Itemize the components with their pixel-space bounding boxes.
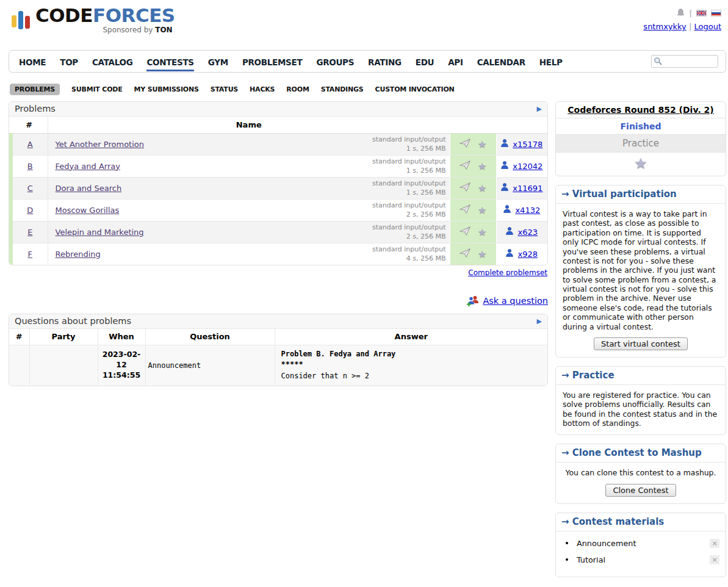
tab-submit-code[interactable]: SUBMIT CODE: [71, 85, 122, 93]
close-icon[interactable]: ×: [710, 555, 719, 564]
problem-letter-link[interactable]: D: [27, 206, 33, 215]
nav-api[interactable]: API: [448, 52, 463, 71]
submit-plane-icon[interactable]: [460, 248, 470, 259]
nav-rating[interactable]: RATING: [368, 52, 402, 71]
favorite-star-icon[interactable]: ★: [478, 182, 486, 194]
material-tutorial-link[interactable]: Tutorial: [577, 555, 710, 564]
bell-icon[interactable]: [676, 8, 685, 18]
virtual-participation-box: → Virtual participation Virtual contest …: [555, 185, 726, 358]
problem-row: B Fedya and Array standard input/output1…: [11, 155, 547, 177]
uk-flag-icon[interactable]: [696, 10, 707, 16]
questions-caption: Questions about problems: [15, 316, 131, 326]
logout-link[interactable]: Logout: [694, 22, 721, 31]
sponsored-by: Sponsored by TON: [35, 26, 175, 34]
submit-plane-icon[interactable]: [460, 226, 470, 237]
col-q-when: When: [98, 329, 145, 345]
ask-question-link[interactable]: Ask a question: [483, 296, 548, 306]
virtual-participation-title: → Virtual participation: [556, 185, 726, 204]
problems-box: Problems ▶ # Name A Yet Another Promotio…: [9, 101, 548, 265]
favorite-star-icon[interactable]: ★: [478, 160, 486, 172]
tab-standings[interactable]: STANDINGS: [321, 85, 364, 93]
material-announcement-link[interactable]: Announcement: [577, 539, 710, 548]
logo-bars-icon: [12, 7, 30, 29]
solved-count-link[interactable]: x12042: [513, 162, 542, 171]
col-name: Name: [48, 117, 450, 133]
favorite-star-icon[interactable]: ★: [478, 226, 486, 238]
contest-state-box: Codeforces Round 852 (Div. 2) Finished P…: [555, 101, 726, 176]
solvers-person-icon: [503, 205, 511, 213]
submit-plane-icon[interactable]: [460, 160, 470, 171]
nav-groups[interactable]: GROUPS: [316, 52, 354, 71]
problem-name-link[interactable]: Yet Another Promotion: [56, 140, 144, 149]
logo-code-text: CODE: [35, 4, 93, 26]
tab-problems[interactable]: PROBLEMS: [10, 84, 60, 95]
material-item: Announcement ×: [566, 539, 719, 548]
bullet-icon: [566, 558, 568, 561]
favorite-star-icon[interactable]: ★: [478, 204, 486, 216]
contest-title-link[interactable]: Codeforces Round 852 (Div. 2): [568, 105, 713, 115]
solved-count-link[interactable]: x15178: [513, 140, 542, 149]
submit-plane-icon[interactable]: [460, 204, 470, 215]
username-link[interactable]: sntmxykky: [643, 22, 686, 31]
submit-plane-icon[interactable]: [460, 139, 470, 149]
nav-catalog[interactable]: CATALOG: [92, 52, 133, 71]
clone-contest-button[interactable]: Clone Contest: [605, 484, 676, 497]
problem-name-link[interactable]: Velepin and Marketing: [56, 228, 144, 237]
header: CODEFORCES Sponsored by TON |: [9, 6, 726, 46]
problem-letter-link[interactable]: A: [27, 140, 33, 149]
solvers-person-icon: [506, 227, 513, 235]
nav-help[interactable]: HELP: [539, 52, 563, 71]
contest-nav: PROBLEMS SUBMIT CODE MY SUBMISSIONS STAT…: [10, 84, 726, 95]
tab-my-submissions[interactable]: MY SUBMISSIONS: [134, 85, 199, 93]
nav-problemset[interactable]: PROBLEMSET: [242, 52, 302, 71]
problem-io: standard input/output4 s, 256 MB: [372, 245, 446, 263]
tab-custom-invocation[interactable]: CUSTOM INVOCATION: [375, 85, 455, 93]
clone-mashup-text: You can clone this contest to a mashup.: [566, 468, 716, 477]
complete-problemset-link[interactable]: Complete problemset: [468, 268, 547, 277]
page: CODEFORCES Sponsored by TON |: [0, 0, 728, 586]
practice-title: → Practice: [556, 367, 726, 385]
close-icon[interactable]: ×: [710, 539, 719, 548]
search-icon: [654, 57, 663, 66]
main-nav: HOME TOP CATALOG CONTESTS GYM PROBLEMSET…: [9, 50, 726, 73]
codeforces-logo[interactable]: CODEFORCES Sponsored by TON: [12, 6, 175, 34]
ask-question-icon: [467, 295, 479, 306]
tab-status[interactable]: STATUS: [211, 85, 238, 93]
sidebar: Codeforces Round 852 (Div. 2) Finished P…: [555, 101, 726, 586]
start-virtual-contest-button[interactable]: Start virtual contest: [594, 337, 688, 350]
solved-count-link[interactable]: x11691: [513, 184, 542, 193]
tab-room[interactable]: ROOM: [286, 85, 309, 93]
question-party: [29, 345, 98, 386]
question-text: Announcement: [145, 345, 275, 386]
col-q-index: #: [9, 329, 29, 345]
problem-io: standard input/output2 s, 256 MB: [372, 201, 446, 219]
problem-letter-link[interactable]: B: [27, 162, 33, 171]
problem-name-link[interactable]: Rebrending: [56, 250, 101, 259]
favorite-star-icon[interactable]: ★: [478, 139, 486, 150]
ru-flag-icon[interactable]: [711, 10, 721, 16]
solvers-person-icon: [501, 183, 508, 191]
nav-top[interactable]: TOP: [60, 52, 78, 71]
problem-letter-link[interactable]: E: [27, 228, 32, 237]
problem-name-link[interactable]: Dora and Search: [56, 184, 122, 193]
nav-contests[interactable]: CONTESTS: [146, 52, 193, 71]
problem-letter-link[interactable]: F: [28, 250, 32, 259]
solved-count-link[interactable]: x4132: [515, 206, 540, 215]
nav-calendar[interactable]: CALENDAR: [477, 52, 525, 71]
submit-plane-icon[interactable]: [460, 182, 470, 193]
expand-arrow-icon[interactable]: ▶: [537, 105, 542, 113]
problem-letter-link[interactable]: C: [27, 184, 33, 193]
favorite-contest-star-icon[interactable]: ★: [634, 155, 647, 172]
problem-name-link[interactable]: Fedya and Array: [56, 162, 120, 171]
questions-box: Questions about problems ▶ # Party When …: [9, 314, 548, 386]
favorite-star-icon[interactable]: ★: [478, 248, 486, 260]
answer-text: Consider that n >= 2: [281, 371, 546, 381]
problem-name-link[interactable]: Moscow Gorillas: [56, 206, 120, 215]
tab-hacks[interactable]: HACKS: [250, 85, 275, 93]
nav-edu[interactable]: EDU: [416, 52, 434, 71]
nav-gym[interactable]: GYM: [208, 52, 228, 71]
solved-count-link[interactable]: x623: [518, 228, 538, 237]
expand-arrow-icon[interactable]: ▶: [537, 317, 542, 325]
solved-count-link[interactable]: x928: [518, 250, 538, 259]
nav-home[interactable]: HOME: [19, 52, 46, 71]
